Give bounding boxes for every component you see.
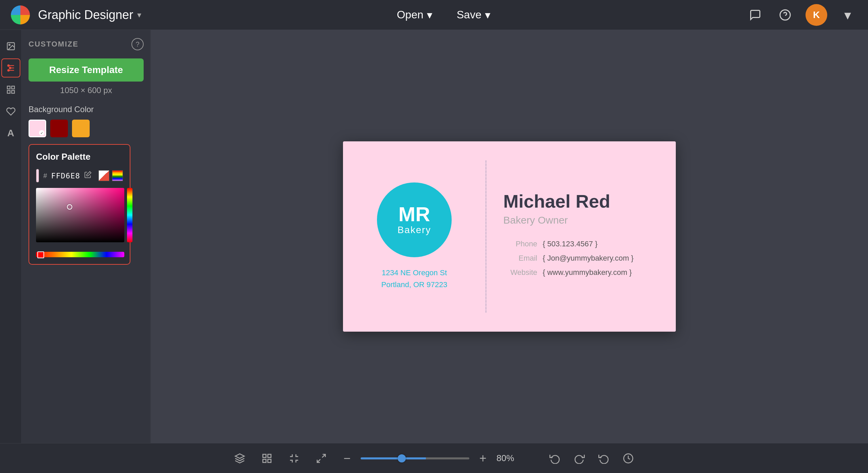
svg-rect-16: [263, 454, 266, 457]
hue-slider[interactable]: [127, 188, 132, 242]
canvas-area: MR Bakery 1234 NE Oregon St Portland, OR…: [151, 30, 868, 443]
zoom-percent: 80%: [496, 453, 524, 463]
sidebar-favorites-btn[interactable]: [1, 102, 20, 121]
eyedropper-button[interactable]: [84, 171, 92, 180]
svg-rect-13: [12, 90, 14, 93]
topbar-center: Open ▾ Save ▾: [141, 5, 746, 25]
main-area: A CUSTOMIZE ? Resize Template 1050 × 600…: [0, 30, 868, 443]
sidebar-layout-btn[interactable]: [1, 80, 20, 99]
gradient-picker[interactable]: [36, 188, 124, 242]
open-button[interactable]: Open ▾: [390, 5, 439, 25]
save-label: Save: [457, 8, 482, 21]
user-menu-button[interactable]: ▾: [838, 5, 857, 24]
card-logo-initials: MR: [398, 204, 430, 225]
redo-fliph-button[interactable]: [545, 449, 564, 468]
open-label: Open: [397, 8, 423, 21]
swatch-orange[interactable]: [72, 120, 90, 137]
email-value: { Jon@yummybakery.com }: [543, 254, 634, 263]
hex-preview-swatch: [36, 169, 39, 182]
svg-marker-14: [87, 172, 91, 176]
color-bottom-bar-container: [36, 252, 123, 257]
history-button[interactable]: [619, 449, 638, 468]
user-avatar[interactable]: K: [806, 4, 827, 26]
swatch-darkred[interactable]: [50, 120, 68, 137]
help-button[interactable]: [776, 5, 795, 24]
expand-button[interactable]: [312, 449, 331, 468]
color-bottom-indicator[interactable]: [37, 251, 44, 258]
business-card: MR Bakery 1234 NE Oregon St Portland, OR…: [343, 141, 676, 332]
phone-value: { 503.123.4567 }: [543, 240, 598, 248]
sidebar-text-btn[interactable]: A: [1, 124, 20, 143]
icon-sidebar: A: [0, 30, 22, 443]
svg-rect-11: [12, 86, 14, 89]
gradient-canvas: [36, 188, 124, 242]
svg-point-7: [7, 65, 9, 67]
topbar: Graphic Designer ▾ Open ▾ Save ▾ K ▾: [0, 0, 868, 30]
card-phone-row: Phone { 503.123.4567 }: [503, 240, 659, 248]
open-chevron: ▾: [427, 8, 432, 21]
hex-prefix: #: [43, 172, 47, 180]
svg-point-9: [7, 70, 9, 71]
panel-title: CUSTOMIZE: [29, 40, 78, 49]
gradient-icon[interactable]: [98, 170, 109, 181]
crop-button[interactable]: [285, 449, 304, 468]
panel-help-btn[interactable]: ?: [131, 38, 144, 50]
card-email-row: Email { Jon@yummybakery.com }: [503, 254, 659, 263]
app-logo: [11, 5, 30, 24]
palette-title: Color Palette: [36, 152, 123, 162]
hex-value: FFD6E8: [51, 172, 80, 180]
bg-color-label: Background Color: [29, 105, 144, 114]
email-label: Email: [503, 254, 537, 263]
app-title[interactable]: Graphic Designer ▾: [38, 8, 141, 22]
card-logo-subtitle: Bakery: [397, 225, 431, 235]
app-title-text: Graphic Designer: [38, 8, 133, 22]
zoom-controls: − + 80%: [339, 450, 524, 467]
comments-button[interactable]: [746, 5, 765, 24]
svg-point-8: [9, 67, 11, 69]
card-address-line1: 1234 NE Oregon St: [381, 267, 447, 279]
color-swatches: ✓: [29, 120, 144, 137]
card-address-line2: Portland, OR 97223: [381, 279, 447, 291]
panel-header: CUSTOMIZE ?: [29, 38, 144, 50]
title-chevron: ▾: [137, 10, 141, 20]
save-button[interactable]: Save ▾: [450, 5, 497, 25]
zoom-plus-button[interactable]: +: [475, 450, 491, 467]
card-left: MR Bakery 1234 NE Oregon St Portland, OR…: [343, 141, 486, 332]
bottom-bar: − + 80%: [0, 443, 868, 473]
card-name: Michael Red: [503, 191, 659, 212]
card-right: Michael Red Bakery Owner Phone { 503.123…: [486, 141, 676, 332]
picker-handle[interactable]: [67, 204, 72, 210]
swatch-pink[interactable]: ✓: [29, 120, 46, 137]
dimensions-text: 1050 × 600 px: [29, 86, 144, 95]
svg-rect-18: [263, 459, 266, 462]
user-initial: K: [813, 10, 820, 20]
gradient-picker-container: [36, 188, 124, 246]
svg-marker-15: [235, 454, 245, 458]
svg-rect-19: [268, 459, 271, 462]
topbar-right: K ▾: [746, 4, 857, 26]
card-address: 1234 NE Oregon St Portland, OR 97223: [381, 267, 447, 291]
website-label: Website: [503, 268, 537, 277]
svg-rect-10: [7, 86, 10, 89]
svg-line-21: [317, 459, 320, 462]
card-job-title: Bakery Owner: [503, 214, 659, 226]
website-value: { www.yummybakery.com }: [543, 268, 632, 277]
zoom-minus-button[interactable]: −: [339, 450, 355, 467]
bottom-right-buttons: [545, 449, 638, 468]
hex-row: # FFD6E8: [36, 169, 123, 182]
phone-label: Phone: [503, 240, 537, 248]
svg-rect-17: [268, 454, 271, 457]
grid-button[interactable]: [257, 449, 276, 468]
undo-button[interactable]: [570, 449, 589, 468]
sidebar-image-btn[interactable]: [1, 37, 20, 56]
svg-rect-12: [7, 90, 10, 93]
svg-point-3: [9, 44, 10, 46]
card-website-row: Website { www.yummybakery.com }: [503, 268, 659, 277]
layers-button[interactable]: [230, 449, 249, 468]
rainbow-icon[interactable]: [112, 170, 123, 181]
zoom-slider[interactable]: [361, 457, 469, 459]
color-bottom-bar[interactable]: [36, 252, 124, 257]
redo-button[interactable]: [594, 449, 613, 468]
resize-template-button[interactable]: Resize Template: [29, 58, 144, 82]
sidebar-customize-btn[interactable]: [1, 58, 20, 77]
